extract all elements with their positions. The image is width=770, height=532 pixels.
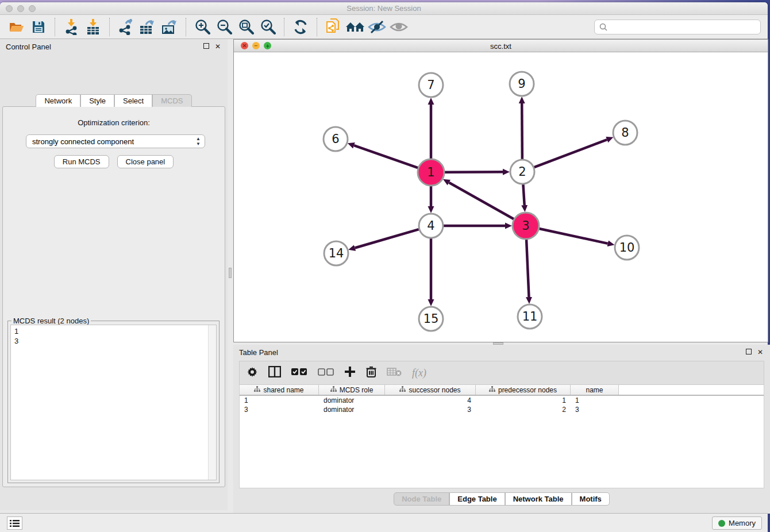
table-panel-title: Table Panel (239, 348, 278, 357)
sort-tree-icon (254, 386, 260, 394)
sort-tree-icon (399, 386, 406, 394)
graph-node-6[interactable]: 6 (324, 127, 348, 151)
cell-MCDS-role[interactable]: dominator (319, 405, 385, 414)
cell-MCDS-role[interactable]: dominator (319, 396, 385, 405)
tab-network-table[interactable]: Network Table (505, 492, 572, 506)
app-titlebar: Session: New Session (0, 2, 768, 15)
edge-2-9[interactable] (522, 103, 522, 159)
graph-node-11[interactable]: 11 (518, 304, 542, 329)
mcds-result-groupbox: MCDS result (2 nodes) 1 3 (7, 321, 220, 483)
search-box[interactable] (594, 20, 761, 34)
criterion-select[interactable]: strongly connected component ▲▼ (26, 134, 205, 148)
cell-shared-name[interactable]: 3 (240, 405, 319, 414)
edge-2-3[interactable] (523, 184, 524, 205)
column-header-name[interactable]: name (571, 385, 619, 395)
edge-1-6[interactable] (354, 145, 418, 168)
select-all-icon[interactable] (291, 368, 307, 378)
close-panel-icon[interactable]: ✕ (215, 43, 221, 50)
svg-text:1: 1 (427, 165, 434, 179)
export-image-icon[interactable] (160, 17, 179, 37)
mcds-result-area[interactable]: 1 3 (10, 325, 217, 480)
zoom-fit-icon[interactable] (236, 17, 256, 37)
graph-node-9[interactable]: 9 (510, 72, 534, 96)
tab-edge-table[interactable]: Edge Table (449, 492, 505, 506)
cell-successor-nodes[interactable]: 3 (385, 405, 476, 414)
graph-node-4[interactable]: 4 (419, 214, 443, 238)
control-panel-title: Control Panel (6, 43, 51, 51)
column-header-shared-name[interactable]: shared name (240, 385, 319, 395)
search-input[interactable] (611, 23, 756, 32)
add-column-icon[interactable] (344, 366, 356, 380)
tab-select[interactable]: Select (114, 94, 152, 107)
column-header-predecessor-nodes[interactable]: predecessor nodes (476, 385, 571, 395)
cell-successor-nodes[interactable]: 4 (385, 396, 476, 405)
tab-style[interactable]: Style (80, 94, 114, 107)
main-toolbar (0, 15, 768, 39)
zoom-out-icon[interactable] (214, 17, 234, 37)
memory-button[interactable]: Memory (712, 516, 762, 530)
svg-text:7: 7 (427, 78, 434, 92)
criterion-value: strongly connected component (32, 137, 134, 146)
deselect-all-icon[interactable] (318, 368, 334, 378)
tab-node-table[interactable]: Node Table (394, 492, 449, 506)
function-builder-icon[interactable]: f(x) (412, 367, 426, 379)
save-session-icon[interactable] (29, 17, 48, 37)
cell-predecessor-nodes[interactable]: 1 (476, 396, 571, 405)
task-history-button[interactable] (7, 516, 22, 530)
table-row[interactable]: 3dominator323 (240, 405, 764, 414)
graph-node-1[interactable]: 1 (418, 159, 444, 186)
import-network-icon[interactable] (61, 17, 81, 37)
open-session-icon[interactable] (7, 17, 26, 37)
graph-node-7[interactable]: 7 (419, 73, 443, 97)
select-arrows-icon: ▲▼ (196, 136, 201, 147)
graph-node-2[interactable]: 2 (510, 160, 534, 184)
cell-name[interactable]: 1 (571, 396, 619, 405)
graph-node-8[interactable]: 8 (613, 121, 637, 145)
cell-name[interactable]: 3 (571, 405, 619, 414)
cell-predecessor-nodes[interactable]: 2 (476, 405, 571, 414)
refresh-layout-icon[interactable] (291, 17, 310, 37)
tab-mcds[interactable]: MCDS (152, 94, 191, 107)
search-icon (599, 23, 607, 31)
hide-selected-icon[interactable] (367, 17, 387, 37)
edge-2-8[interactable] (534, 140, 607, 167)
table-row[interactable]: 1dominator411 (240, 396, 764, 405)
node-table[interactable]: shared nameMCDS rolesuccessor nodesprede… (239, 385, 764, 488)
zoom-in-icon[interactable] (192, 17, 212, 37)
show-columns-icon[interactable] (268, 366, 281, 380)
network-window-titlebar[interactable]: ✕ − ＋ scc.txt (234, 40, 768, 52)
delete-table-icon[interactable] (387, 367, 402, 379)
edge-3-10[interactable] (539, 229, 607, 244)
edge-3-11[interactable] (526, 240, 529, 297)
float-table-panel-icon[interactable] (746, 349, 752, 356)
table-settings-icon[interactable] (247, 366, 258, 380)
edge-4-14[interactable] (355, 229, 419, 248)
export-network-icon[interactable] (116, 17, 136, 37)
home-network-icon[interactable] (345, 17, 365, 37)
graph-node-10[interactable]: 10 (615, 236, 639, 260)
vertical-splitter-handle[interactable] (229, 268, 232, 278)
export-table-icon[interactable] (138, 17, 157, 37)
column-header-successor-nodes[interactable]: successor nodes (385, 385, 476, 395)
zoom-selected-icon[interactable] (258, 17, 278, 37)
float-panel-icon[interactable] (203, 43, 209, 50)
graph-node-15[interactable]: 15 (419, 307, 443, 331)
run-mcds-button[interactable]: Run MCDS (54, 155, 109, 168)
graph-node-14[interactable]: 14 (324, 241, 348, 265)
edge-1-2[interactable] (445, 172, 503, 172)
network-graph-canvas[interactable]: 7968124314101511 (234, 52, 768, 342)
show-all-icon[interactable] (389, 17, 409, 37)
table-panel: Table Panel ✕ (233, 345, 770, 514)
column-header-MCDS-role[interactable]: MCDS role (319, 385, 385, 395)
first-neighbors-icon[interactable] (324, 17, 343, 37)
tab-network[interactable]: Network (36, 94, 80, 107)
delete-column-icon[interactable] (366, 366, 376, 380)
graph-node-3[interactable]: 3 (513, 213, 539, 239)
tab-motifs[interactable]: Motifs (572, 492, 610, 506)
close-panel-button[interactable]: Close panel (117, 155, 174, 168)
result-scrollbar[interactable] (208, 325, 216, 480)
cell-shared-name[interactable]: 1 (240, 396, 319, 405)
close-table-panel-icon[interactable]: ✕ (757, 349, 763, 356)
import-table-icon[interactable] (83, 17, 103, 37)
edge-3-1[interactable] (449, 183, 514, 219)
